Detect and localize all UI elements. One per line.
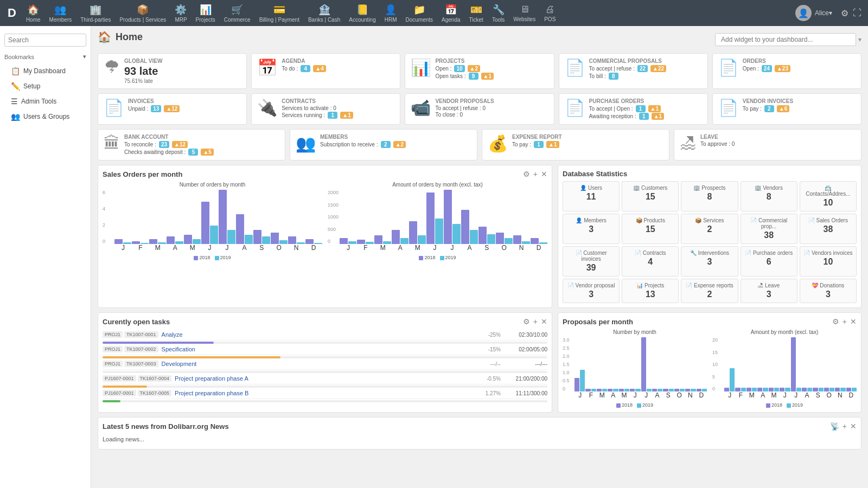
nav-mrp[interactable]: ⚙️ MRP	[170, 2, 191, 25]
close-icon-news[interactable]: ✕	[850, 422, 857, 431]
nav-accounting[interactable]: 📒 Accounting	[344, 2, 380, 25]
dashboard-card[interactable]: 📄 COMMERCIAL PROPOSALS To accept | refus…	[559, 53, 708, 89]
close-icon-prop[interactable]: ✕	[850, 317, 857, 326]
task-proj-tag[interactable]: PROJ1	[103, 331, 123, 338]
db-stat-cell[interactable]: 🏢 Prospects 8	[681, 181, 738, 211]
db-stat-cell[interactable]: 📄 Commercial prop... 38	[741, 214, 797, 244]
db-stat-cell[interactable]: 🔧 Interventions 3	[681, 246, 738, 277]
sidebar-item-label: Admin Tools	[21, 98, 56, 105]
filter-icon-tasks[interactable]: ⚙	[523, 317, 530, 326]
db-stat-cell[interactable]: 📄 Contracts 4	[622, 246, 679, 277]
close-icon-tasks[interactable]: ✕	[541, 317, 547, 326]
logo[interactable]: D	[2, 6, 22, 20]
task-name[interactable]: Project preparation phase B	[175, 390, 470, 396]
nav-billing[interactable]: 💳 Billing | Payment	[255, 2, 304, 25]
user-menu[interactable]: 👤 Alice ▾	[791, 5, 837, 21]
widget-search-input[interactable]	[715, 33, 856, 46]
db-stat-cell[interactable]: 👤 Users 11	[563, 181, 620, 211]
bar-group	[513, 235, 530, 244]
db-stat-cell[interactable]: 🏢 Customers 15	[622, 181, 679, 211]
db-stat-cell[interactable]: 🏢 Vendors 8	[741, 181, 797, 211]
dashboard-card[interactable]: 🏛 BANK ACCOUNT To reconcile : 23 ▲12 Che…	[98, 129, 285, 160]
db-stat-cell[interactable]: 📦 Products 15	[622, 214, 679, 244]
breadcrumb-home-icon[interactable]: 🏠	[98, 30, 111, 43]
nav-products-services[interactable]: 📦 Products | Services	[115, 2, 170, 25]
task-tk-tag[interactable]: TK1607-0004	[138, 375, 172, 382]
task-proj-tag[interactable]: PJ1607-0001	[103, 390, 136, 396]
dashboard-card[interactable]: 👥 MEMBERS Subscription to receive : 2 ▲2	[290, 129, 477, 160]
sidebar-item-users[interactable]: 👥 Users & Groups	[0, 109, 91, 124]
sidebar-item-dashboard[interactable]: 📋 My Dashboard	[0, 63, 91, 79]
db-stat-cell[interactable]: 📄 Vendors invoices 10	[800, 246, 857, 277]
dashboard-card[interactable]: 📄 ORDERS Open : 24 ▲23	[712, 53, 861, 89]
card-title: LEAVE	[700, 134, 856, 140]
ticket-icon: 🎫	[470, 4, 482, 16]
task-proj-tag[interactable]: PROJ1	[103, 361, 123, 367]
db-stat-cell[interactable]: 📄 Expense reports 2	[681, 279, 738, 303]
dashboard-card[interactable]: 📊 PROJECTS Open : 10 ▲2 Open tasks : 9 ▲…	[405, 53, 554, 89]
nav-third-parties[interactable]: 🏢 Third-parties	[76, 2, 115, 25]
users-icon: 👥	[11, 112, 20, 121]
filter-icon-prop[interactable]: ⚙	[832, 317, 839, 326]
nav-members[interactable]: 👥 Members	[45, 2, 76, 25]
nav-commerce[interactable]: 🛒 Commerce	[220, 2, 255, 25]
dashboard-card[interactable]: 🔌 CONTRACTS Services to activate : 0 Ser…	[251, 93, 400, 125]
task-name[interactable]: Development	[162, 361, 470, 367]
task-name[interactable]: Analyze	[162, 331, 470, 338]
bookmarks-section[interactable]: Bookmarks ▾	[0, 50, 91, 63]
nav-ticket[interactable]: 🎫 Ticket	[465, 2, 488, 25]
nav-pos[interactable]: 🖨 POS	[540, 2, 560, 24]
nav-hrm[interactable]: 👤 HRM	[380, 2, 401, 25]
rss-icon[interactable]: 📡	[830, 422, 839, 431]
task-proj-tag[interactable]: PJ1607-0001	[103, 375, 136, 382]
nav-home[interactable]: 🏠 Home	[22, 2, 45, 25]
db-stat-cell[interactable]: 👤 Members 3	[563, 214, 620, 244]
db-stat-cell[interactable]: 🏖 Leave 3	[741, 279, 797, 303]
sidebar-item-admin[interactable]: ☰ Admin Tools	[0, 94, 91, 109]
db-stat-cell[interactable]: 📄 Sales Orders 38	[800, 214, 857, 244]
nav-projects[interactable]: 📊 Projects	[192, 2, 220, 25]
add-icon-tasks[interactable]: +	[533, 317, 538, 326]
dashboard-card[interactable]: 🌩 GLOBAL VIEW 93 late 75.61% late	[98, 53, 247, 89]
db-cell-value: 6	[743, 257, 795, 267]
task-tk-tag[interactable]: TK1607-0005	[138, 390, 172, 396]
add-icon[interactable]: +	[533, 170, 538, 178]
db-stat-cell[interactable]: 📊 Projects 13	[622, 279, 679, 303]
db-stat-cell[interactable]: 📇 Contacts/Addres... 10	[800, 181, 857, 211]
nav-documents[interactable]: 📁 Documents	[401, 2, 438, 25]
db-stat-cell[interactable]: 📄 Vendor proposal 3	[563, 279, 620, 303]
search-input[interactable]	[4, 34, 86, 47]
card-icon: 📄	[718, 98, 738, 117]
nav-websites[interactable]: 🖥 Websites	[509, 2, 540, 24]
task-name[interactable]: Specification	[162, 346, 470, 352]
add-icon-news[interactable]: +	[843, 422, 847, 431]
dashboard-card[interactable]: 🏖 LEAVE To approve : 0	[674, 129, 861, 160]
settings-icon[interactable]: ⚙	[841, 8, 848, 18]
db-stat-cell[interactable]: 📦 Services 2	[681, 214, 738, 244]
add-icon-prop[interactable]: +	[843, 317, 847, 326]
nav-tools[interactable]: 🔧 Tools	[488, 2, 509, 25]
db-stat-cell[interactable]: 📄 Purchase orders 6	[741, 246, 797, 277]
widget-bar-arrow[interactable]: ▾	[858, 36, 861, 43]
db-stat-cell[interactable]: 📄 Customer invoices 39	[563, 246, 620, 277]
dashboard-card[interactable]: 💰 EXPENSE REPORT To pay : 1 ▲1	[482, 129, 669, 160]
task-tk-tag[interactable]: TK1007-0002	[124, 346, 158, 352]
nav-banks[interactable]: 🏦 Banks | Cash	[304, 2, 344, 25]
task-tk-tag[interactable]: TK1007-0003	[124, 361, 158, 367]
sales-chart-box: Sales Orders per month ⚙ + ✕ Number of o…	[98, 165, 552, 308]
dashboard-card[interactable]: 📹 VENDOR PROPOSALS To accept | refuse : …	[405, 93, 554, 125]
task-name[interactable]: Project preparation phase A	[175, 375, 470, 382]
sidebar-item-setup[interactable]: ✏️ Setup	[0, 79, 91, 94]
fullscreen-icon[interactable]: ⛶	[853, 8, 861, 18]
db-stat-cell[interactable]: 💝 Donations 3	[800, 279, 857, 303]
dashboard-card[interactable]: 📅 AGENDA To do : 4 ▲4	[251, 53, 400, 89]
filter-icon[interactable]: ⚙	[523, 170, 530, 178]
dashboard-card[interactable]: 📄 INVOICES Unpaid : 13 ▲12	[98, 93, 247, 125]
nav-agenda[interactable]: 📅 Agenda	[437, 2, 464, 25]
dashboard-card[interactable]: 📄 VENDOR INVOICES To pay : 2 ▲6	[712, 93, 861, 125]
billing-icon: 💳	[273, 4, 285, 16]
close-icon[interactable]: ✕	[541, 170, 547, 178]
dashboard-card[interactable]: 📄 PURCHASE ORDERS To accept | Open : 1 ▲…	[559, 93, 708, 125]
task-proj-tag[interactable]: PROJ1	[103, 346, 123, 352]
task-tk-tag[interactable]: TK1007-0001	[124, 331, 158, 338]
